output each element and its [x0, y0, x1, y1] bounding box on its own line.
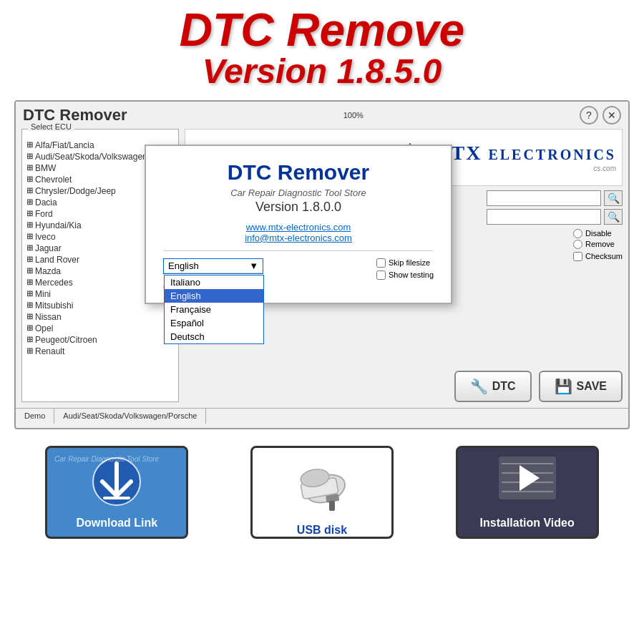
language-selected[interactable]: English ▼ [164, 259, 263, 273]
ecu-expand-icon: ⊞ [26, 220, 33, 230]
search-button-1[interactable]: 🔍 [604, 190, 623, 206]
disable-text: Disable [585, 229, 612, 238]
ecu-item-label: Nissan [35, 312, 62, 322]
dialog-overlay: DTC Remover Car Repair Diagnostic Tool S… [145, 145, 452, 304]
dialog-show-checkbox[interactable] [376, 270, 386, 280]
dialog-separator [163, 250, 434, 251]
dialog-skip-text: Skip filesize [389, 258, 430, 267]
dtc-icon: 🔧 [470, 378, 488, 395]
search-row-2: 🔍 [487, 209, 623, 225]
ecu-expand-icon: ⊞ [26, 163, 33, 172]
ecu-expand-icon: ⊞ [26, 266, 33, 275]
checksum-text: Checksum [585, 252, 623, 260]
ecu-list-item[interactable]: ⊞Renault [24, 346, 177, 357]
search-row-1: 🔍 [487, 190, 623, 206]
dialog-link-2[interactable]: info@mtx-electronics.com [163, 233, 434, 243]
remove-text: Remove [585, 240, 615, 248]
search-input-1[interactable] [487, 190, 601, 206]
dialog-skip-checkbox[interactable] [376, 258, 386, 268]
dialog-bottom: English ▼ ItalianoEnglishFrançaiseEspaño… [163, 258, 434, 280]
remove-radio[interactable] [573, 240, 582, 249]
ecu-item-label: Mini [35, 289, 51, 299]
installation-video-box[interactable]: Installation Video [456, 446, 599, 539]
dtc-button[interactable]: 🔧 DTC [454, 371, 532, 402]
dialog-show-text: Show testing [389, 270, 434, 279]
ecu-item-label: Dacia [35, 197, 57, 208]
ecu-item-label: Chrysler/Dodge/Jeep [35, 186, 116, 196]
dialog-checkboxes: Skip filesize Show testing [376, 258, 434, 280]
language-option[interactable]: Español [165, 316, 263, 330]
dialog-subtitle: Car Repair Diagnostic Tool Store [163, 187, 434, 198]
svg-rect-8 [329, 501, 335, 511]
window-titlebar: DTC Remover 100% ? ✕ [16, 102, 628, 129]
language-option[interactable]: Deutsch [165, 330, 263, 343]
status-bar: Demo Audi/Seat/Skoda/Volkswagen/Porsche [16, 408, 628, 424]
ecu-item-label: Mazda [35, 266, 61, 276]
usb-disk-box[interactable]: USB disk [250, 446, 394, 539]
main-window: DTC Remover 100% ? ✕ Select ECU ⊞Alfa/Fi… [14, 100, 630, 429]
ecu-item-label: Ford [35, 209, 53, 219]
dropdown-arrow-icon: ▼ [249, 260, 258, 271]
ecu-expand-icon: ⊞ [26, 209, 33, 218]
ecu-list-item[interactable]: ⊞Opel [24, 323, 177, 334]
main-title: DTC Remove [0, 7, 644, 53]
download-label: Download Link [76, 517, 157, 530]
search-button-2[interactable]: 🔍 [604, 209, 623, 225]
ecu-item-label: BMW [35, 163, 56, 173]
ecu-panel-label: Select ECU [28, 122, 74, 131]
dialog-show-label[interactable]: Show testing [376, 270, 434, 280]
action-buttons: 🔧 DTC 💾 SAVE [185, 371, 623, 402]
disable-radio[interactable] [573, 229, 582, 238]
language-option[interactable]: Italiano [165, 275, 263, 289]
video-icon [499, 457, 556, 499]
checksum-checkbox[interactable] [573, 252, 582, 261]
ecu-expand-icon: ⊞ [26, 232, 33, 241]
remove-label[interactable]: Remove [573, 240, 623, 249]
save-label: SAVE [577, 380, 607, 393]
ecu-item-label: Alfa/Fiat/Lancia [35, 140, 94, 150]
download-link-box[interactable]: Car Repair Diagnostic Tool Store Downloa… [45, 446, 188, 539]
ecu-expand-icon: ⊞ [26, 289, 33, 298]
dialog-title: DTC Remover [163, 160, 434, 185]
play-button-icon [519, 465, 540, 491]
title-area: DTC Remove Version 1.8.5.0 [0, 0, 644, 94]
ecu-item-label: Mitsubishi [35, 301, 73, 311]
dtc-label: DTC [492, 380, 516, 393]
ecu-expand-icon: ⊞ [26, 186, 33, 195]
right-options: Disable Remove Checksum [573, 229, 623, 261]
ecu-item-label: Land Rover [35, 255, 79, 265]
installation-video-label: Installation Video [480, 517, 575, 530]
language-dropdown[interactable]: ItalianoEnglishFrançaiseEspañolDeutsch [164, 275, 264, 344]
language-option[interactable]: English [165, 289, 263, 303]
status-segment-1: Demo [16, 409, 54, 424]
ecu-item-label: Hyundai/Kia [35, 220, 82, 230]
search-input-2[interactable] [487, 209, 601, 225]
ecu-expand-icon: ⊞ [26, 152, 33, 161]
dialog-lang-area: English ▼ ItalianoEnglishFrançaiseEspaño… [163, 258, 263, 274]
help-button[interactable]: ? [580, 106, 598, 125]
window-controls: ? ✕ [580, 106, 621, 125]
language-selector[interactable]: English ▼ ItalianoEnglishFrançaiseEspaño… [163, 258, 263, 274]
dialog-link-1[interactable]: www.mtx-electronics.com [163, 222, 434, 233]
ecu-expand-icon: ⊞ [26, 301, 33, 310]
ecu-item-label: Mercedes [35, 278, 73, 288]
ecu-expand-icon: ⊞ [26, 278, 33, 287]
ecu-list-item[interactable]: ⊞Nissan [24, 311, 177, 323]
language-selected-text: English [168, 260, 199, 271]
dialog-version: Version 1.8.0.0 [163, 200, 434, 215]
dialog-skip-label[interactable]: Skip filesize [376, 258, 434, 268]
progress-text: 100% [343, 111, 364, 119]
disable-label[interactable]: Disable [573, 229, 623, 238]
ecu-expand-icon: ⊞ [26, 140, 33, 150]
checksum-label[interactable]: Checksum [573, 252, 623, 261]
ecu-expand-icon: ⊞ [26, 312, 33, 321]
close-button[interactable]: ✕ [602, 106, 621, 125]
ecu-item-label: Renault [35, 346, 64, 356]
ecu-expand-icon: ⊞ [26, 323, 33, 333]
ecu-item-label: Jaguar [35, 243, 62, 253]
ecu-expand-icon: ⊞ [26, 346, 33, 356]
language-option[interactable]: Française [165, 303, 263, 316]
mtx-subtext: cs.com [431, 165, 616, 172]
ecu-list-item[interactable]: ⊞Peugeot/Citroen [24, 334, 177, 346]
save-button[interactable]: 💾 SAVE [539, 371, 623, 402]
